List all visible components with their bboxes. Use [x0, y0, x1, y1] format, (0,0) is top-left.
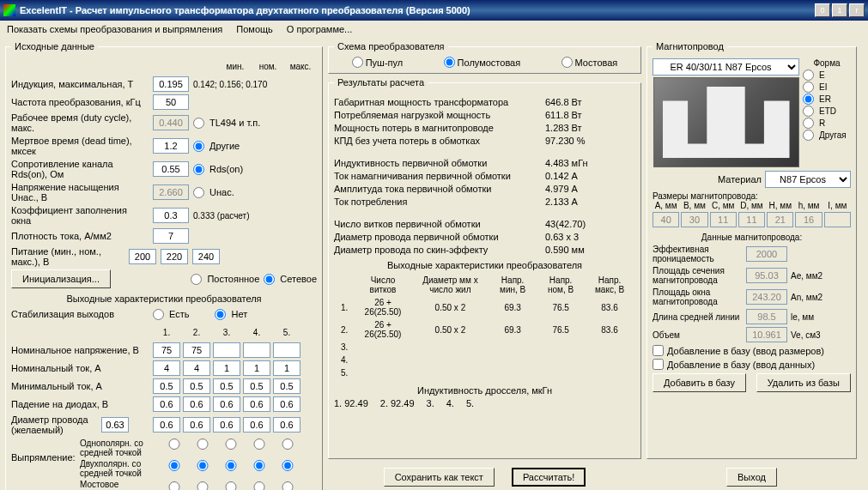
radio-shape-EI[interactable]	[803, 82, 814, 93]
input-imin-1[interactable]	[153, 378, 180, 394]
input-vnom-5[interactable]	[273, 342, 300, 358]
input-dw-3[interactable]	[213, 417, 240, 433]
rect-r3-3[interactable]	[222, 481, 240, 490]
material-select[interactable]: N87 Epcos	[765, 171, 851, 188]
radio-shape-ER[interactable]	[803, 94, 814, 105]
input-vd-3[interactable]	[213, 396, 240, 412]
lbl-dead: Мертвое время (dead time), мксек	[11, 136, 149, 156]
radio-ac[interactable]	[264, 274, 275, 285]
lbl-freq: Частота преобразования, кГц	[11, 97, 149, 107]
input-dw-5[interactable]	[273, 417, 300, 433]
init-button[interactable]: Инициализация...	[11, 269, 111, 288]
exit-button[interactable]: Выход	[726, 468, 777, 487]
radio-shape-ETD[interactable]	[803, 106, 814, 117]
rect-r1-5[interactable]	[279, 439, 296, 450]
input-dw-4[interactable]	[243, 417, 270, 433]
chk-add-data[interactable]	[653, 359, 664, 370]
calculate-button[interactable]: Рассчитать!	[512, 468, 586, 487]
core-image	[653, 77, 799, 167]
menu-schemes[interactable]: Показать схемы преобразования и выпрямле…	[7, 24, 222, 34]
radio-unas[interactable]	[193, 187, 204, 198]
input-supply-nom[interactable]	[161, 249, 188, 264]
input-dwire[interactable]	[101, 417, 129, 433]
rect-r3-1[interactable]	[166, 481, 183, 490]
input-inom-2[interactable]	[183, 360, 210, 376]
rect-r2-2[interactable]	[194, 460, 211, 471]
del-from-db-button[interactable]: Удалить из базы	[756, 373, 851, 392]
radio-stab-no[interactable]	[215, 309, 226, 320]
input-imin-3[interactable]	[213, 378, 240, 394]
app-icon	[3, 4, 15, 16]
radio-rdson[interactable]	[193, 164, 204, 175]
rect-r3-2[interactable]	[194, 481, 211, 490]
radio-stab-yes[interactable]	[153, 309, 164, 320]
radio-tl494[interactable]	[193, 118, 204, 129]
radio-half-bridge[interactable]	[444, 57, 455, 68]
input-vd-1[interactable]	[153, 396, 180, 412]
dim-1	[681, 212, 707, 227]
input-inom-3[interactable]	[213, 360, 240, 376]
rect-r1-2[interactable]	[194, 439, 211, 450]
input-kfill[interactable]	[153, 208, 189, 223]
radio-shape-Другая[interactable]	[803, 130, 814, 141]
lbl-j: Плотность тока, А/мм2	[11, 231, 149, 241]
titlebar: ExcelentIT - Расчет импульсного трансфор…	[0, 0, 868, 21]
radio-push-pull[interactable]	[352, 57, 363, 68]
input-supply-min[interactable]	[129, 249, 156, 264]
menu-about[interactable]: О программе...	[287, 24, 352, 34]
input-dw-2[interactable]	[183, 417, 210, 433]
input-inom-1[interactable]	[153, 360, 180, 376]
lbl-unas: Напряжение насыщения Uнас., В	[11, 182, 149, 203]
input-vnom-4[interactable]	[243, 342, 270, 358]
radio-dc[interactable]	[191, 274, 202, 285]
input-dw-1[interactable]	[153, 417, 180, 433]
input-vnom-3[interactable]	[213, 342, 240, 358]
input-imin-5[interactable]	[273, 378, 300, 394]
input-supply-max[interactable]	[192, 249, 220, 264]
add-to-db-button[interactable]: Добавить в базу	[653, 373, 746, 392]
close-button[interactable]: r	[849, 3, 865, 17]
lbl-rds: Сопротивление канала Rds(on), Ом	[11, 159, 149, 179]
results-group: Результаты расчета Габаритная мощность т…	[328, 77, 641, 459]
input-freq[interactable]	[153, 94, 189, 110]
maximize-button[interactable]: 1	[832, 3, 847, 17]
input-vd-5[interactable]	[273, 396, 300, 412]
an-field	[746, 289, 787, 305]
input-induction[interactable]	[153, 76, 189, 92]
rect-r3-4[interactable]	[251, 481, 268, 490]
chk-add-sizes[interactable]	[653, 345, 664, 356]
input-vd-4[interactable]	[243, 396, 270, 412]
rect-r3-5[interactable]	[279, 481, 296, 490]
input-imin-4[interactable]	[243, 378, 270, 394]
core-select[interactable]: ER 40/30/11 N87 Epcos	[653, 58, 799, 76]
rect-r2-4[interactable]	[251, 460, 268, 471]
rect-r1-4[interactable]	[251, 439, 268, 450]
input-vnom-2[interactable]	[183, 342, 210, 358]
rect-r2-5[interactable]	[279, 460, 296, 471]
input-vd-2[interactable]	[183, 396, 210, 412]
input-vnom-1[interactable]	[153, 342, 180, 358]
dim-5	[795, 212, 822, 227]
rect-r1-1[interactable]	[166, 439, 183, 450]
menu-help[interactable]: Помощь	[236, 24, 273, 34]
perm-field	[746, 246, 787, 262]
minimize-button[interactable]: 0	[815, 3, 830, 17]
input-j[interactable]	[153, 228, 189, 244]
input-rds[interactable]	[153, 161, 189, 177]
radio-other[interactable]	[193, 141, 204, 152]
input-inom-5[interactable]	[273, 360, 300, 376]
input-legend: Исходные данные	[11, 41, 98, 51]
input-data-group: Исходные данные мин. ном. макс. Индукция…	[5, 41, 323, 490]
input-duty	[153, 115, 189, 130]
input-imin-2[interactable]	[183, 378, 210, 394]
input-dead[interactable]	[153, 138, 189, 154]
rect-r2-1[interactable]	[166, 460, 183, 471]
output-table: Число витковДиаметр мм x число жилНапр. …	[334, 273, 635, 380]
radio-shape-R[interactable]	[803, 118, 814, 129]
save-text-button[interactable]: Сохранить как текст	[384, 468, 495, 487]
rect-r1-3[interactable]	[222, 439, 240, 450]
radio-full-bridge[interactable]	[561, 57, 573, 68]
input-inom-4[interactable]	[243, 360, 270, 376]
rect-r2-3[interactable]	[222, 460, 240, 471]
radio-shape-E[interactable]	[803, 70, 814, 81]
